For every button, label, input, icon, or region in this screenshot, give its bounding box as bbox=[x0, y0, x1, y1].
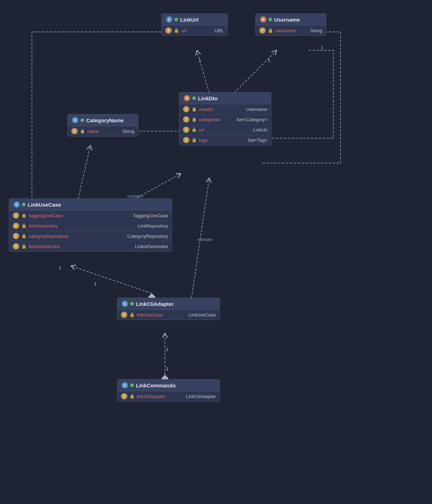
field-url: f 🔒 url URL bbox=[162, 26, 227, 35]
badge-c-linkcommands: C bbox=[122, 382, 128, 388]
field-taggingusecase: f 🔒 taggingUseCase TaggingUseCase bbox=[9, 211, 172, 221]
badge-f-cmd: f bbox=[121, 393, 127, 399]
green-dot-categoryname bbox=[81, 118, 84, 122]
field-name-adapter: linkUseCase bbox=[137, 312, 165, 318]
connectors-svg: 1 1 «create» 1 1 «create» 1 1 1 bbox=[0, 0, 432, 504]
lock-icon: 🔒 bbox=[174, 28, 179, 33]
badge-f-categoryrepo: f bbox=[13, 233, 19, 239]
svg-text:1: 1 bbox=[59, 265, 61, 270]
badge-r-linkdto: R bbox=[184, 95, 190, 101]
lock-icon-tagging: 🔒 bbox=[21, 213, 27, 218]
class-linkcliadapter-header: C LinkCliAdapter bbox=[117, 298, 220, 310]
lock-icon-adapter: 🔒 bbox=[129, 312, 135, 317]
svg-text:1: 1 bbox=[166, 366, 168, 371]
green-dot-linkusecase bbox=[22, 203, 26, 206]
class-linkusecase: C LinkUseCase f 🔒 taggingUseCase Tagging… bbox=[9, 198, 172, 252]
field-type-adapter: LinkUseCase bbox=[186, 312, 216, 318]
green-dot-linkurl bbox=[175, 18, 178, 21]
field-type-cmd: LinkCliAdapter bbox=[183, 394, 216, 399]
field-linkcliadapter-cmd: f 🔒 linkCliAdapter LinkCliAdapter bbox=[117, 391, 220, 401]
field-type-linkrepo: LinkRepository bbox=[135, 223, 168, 229]
svg-line-1 bbox=[234, 50, 277, 93]
class-linkcliadapter-body: f 🔒 linkUseCase LinkUseCase bbox=[117, 310, 220, 320]
lock-icon-url-dto: 🔒 bbox=[192, 127, 197, 132]
field-name-url-dto: url bbox=[199, 127, 227, 133]
class-linkcommands-body: f 🔒 linkCliAdapter LinkCliAdapter bbox=[117, 391, 220, 401]
class-linkusecase-header: C LinkUseCase bbox=[9, 199, 172, 211]
field-type-creator: Username bbox=[243, 107, 267, 112]
class-linkdto: R LinkDto f 🔒 creator Username f 🔒 categ… bbox=[179, 92, 271, 145]
field-type-tagging: TaggingUseCase bbox=[130, 213, 168, 218]
field-type: URL bbox=[212, 28, 224, 33]
badge-f-categories: f bbox=[183, 116, 189, 123]
field-type-catname: String bbox=[120, 129, 134, 134]
svg-text:1: 1 bbox=[268, 58, 270, 63]
lock-icon-catname: 🔒 bbox=[80, 129, 85, 134]
field-linkrepo: f 🔒 linkRepository LinkRepository bbox=[9, 221, 172, 231]
field-type-username: String bbox=[308, 28, 322, 33]
svg-text:«create»: «create» bbox=[127, 194, 144, 199]
diagram-container: 1 1 «create» 1 1 «create» 1 1 1 bbox=[0, 0, 432, 504]
svg-line-13 bbox=[192, 178, 209, 298]
green-dot-username bbox=[268, 18, 272, 21]
svg-text:«create»: «create» bbox=[197, 237, 214, 242]
field-type-tags: Set<Tag> bbox=[245, 138, 267, 143]
badge-f-linkrepo: f bbox=[13, 223, 19, 229]
badge-c-categoryname: C bbox=[72, 117, 78, 123]
badge-f-catname: f bbox=[71, 128, 78, 134]
class-linkcommands-title: LinkCommands bbox=[136, 382, 176, 388]
class-categoryname-title: CategoryName bbox=[86, 117, 124, 123]
badge-f-username: f bbox=[259, 27, 266, 34]
lock-icon-creator: 🔒 bbox=[192, 107, 197, 112]
lock-icon-categories: 🔒 bbox=[192, 117, 197, 122]
field-name-linkidgen: linkIdGenerator bbox=[29, 244, 60, 249]
field-name-categoryrepo: categoryRepository bbox=[29, 234, 68, 239]
badge-f-tagging: f bbox=[13, 212, 19, 219]
class-linkcommands: C LinkCommands f 🔒 linkCliAdapter LinkCl… bbox=[117, 379, 220, 402]
svg-text:1: 1 bbox=[94, 281, 96, 286]
svg-text:1: 1 bbox=[166, 347, 168, 352]
class-linkurl-header: C LinkUrl bbox=[162, 14, 227, 26]
field-categories: f 🔒 categories Set<Category> bbox=[179, 114, 271, 125]
svg-line-8 bbox=[78, 145, 90, 199]
class-linkcommands-header: C LinkCommands bbox=[117, 380, 220, 391]
field-type-url-dto: LinkUrl bbox=[250, 127, 267, 133]
svg-line-3 bbox=[197, 50, 209, 93]
lock-icon-linkrepo: 🔒 bbox=[21, 223, 27, 228]
class-username: R Username f 🔒 username String bbox=[255, 13, 326, 36]
field-linkusecase-adapter: f 🔒 linkUseCase LinkUseCase bbox=[117, 310, 220, 320]
class-linkdto-title: LinkDto bbox=[198, 95, 218, 101]
lock-icon-cmd: 🔒 bbox=[129, 394, 135, 399]
class-linkusecase-title: LinkUseCase bbox=[28, 202, 61, 208]
badge-r-username: R bbox=[260, 16, 266, 23]
class-linkurl-title: LinkUrl bbox=[180, 17, 199, 23]
field-type-linkidgen: LinkIdGenerator bbox=[132, 244, 168, 249]
class-linkcliadapter-title: LinkCliAdapter bbox=[136, 301, 174, 307]
field-name-cmd: linkCliAdapter bbox=[137, 394, 165, 399]
badge-f-adapter: f bbox=[121, 312, 127, 318]
svg-text:1: 1 bbox=[199, 58, 201, 63]
field-name-catname-label: name bbox=[87, 129, 116, 134]
badge-f-tags: f bbox=[183, 137, 189, 143]
field-username: f 🔒 username String bbox=[256, 26, 326, 35]
field-name-creator: creator bbox=[199, 107, 227, 112]
field-name-categories: categories bbox=[199, 117, 227, 122]
field-tags: f 🔒 tags Set<Tag> bbox=[179, 135, 271, 145]
field-name-tags: tags bbox=[199, 138, 227, 143]
class-username-body: f 🔒 username String bbox=[256, 26, 326, 35]
lock-icon-categoryrepo: 🔒 bbox=[21, 234, 27, 239]
field-url-linkdto: f 🔒 url LinkUrl bbox=[179, 125, 271, 135]
field-linkidgenerator: f 🔒 linkIdGenerator LinkIdGenerator bbox=[9, 241, 172, 251]
lock-icon-linkidgen: 🔒 bbox=[21, 244, 27, 249]
badge-f-url-dto: f bbox=[183, 127, 189, 133]
class-username-header: R Username bbox=[256, 14, 326, 26]
class-linkurl-body: f 🔒 url URL bbox=[162, 26, 227, 35]
class-linkusecase-body: f 🔒 taggingUseCase TaggingUseCase f 🔒 li… bbox=[9, 211, 172, 251]
lock-icon-username: 🔒 bbox=[268, 28, 273, 33]
class-linkdto-header: R LinkDto bbox=[179, 93, 271, 104]
green-dot-linkcliadapter bbox=[130, 302, 134, 306]
badge-c-linkcliadapter: C bbox=[122, 301, 128, 307]
field-categoryrepo: f 🔒 categoryRepository CategoryRepositor… bbox=[9, 231, 172, 241]
class-categoryname: C CategoryName f 🔒 name String bbox=[67, 114, 138, 136]
badge-c-linkusecase: C bbox=[13, 201, 20, 208]
